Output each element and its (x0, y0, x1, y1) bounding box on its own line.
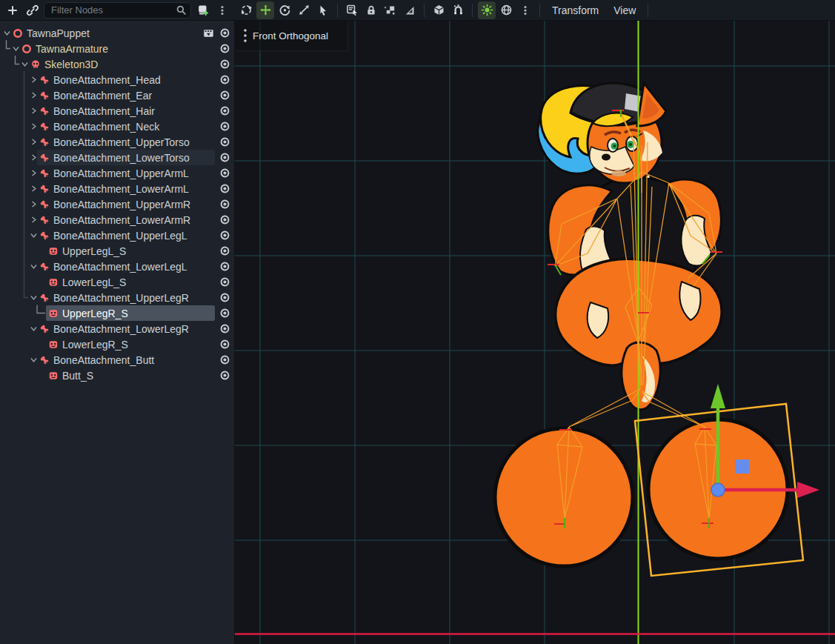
sprite3d-node-icon (47, 276, 59, 288)
add-child-node-button[interactable] (4, 1, 21, 19)
visibility-eye-icon[interactable] (219, 214, 230, 225)
tree-collapse-arrow-icon[interactable] (29, 355, 38, 365)
tree-item-UpperLegL_S[interactable]: UpperLegL_S (0, 243, 234, 259)
lock-node-button[interactable] (362, 1, 380, 19)
filter-nodes-input[interactable] (44, 2, 191, 19)
preview-environment-button[interactable] (497, 1, 515, 19)
viewport-menu-handle-icon[interactable] (242, 27, 248, 44)
rotate-mode-button[interactable] (276, 1, 293, 19)
visibility-eye-icon[interactable] (219, 230, 230, 241)
view-orientation-label[interactable]: Front Orthogonal (253, 30, 328, 42)
visibility-eye-icon[interactable] (219, 292, 230, 303)
group-node-button[interactable] (382, 1, 399, 19)
scene-tree: TawnaPuppetTawnaArmatureSkeleton3DBoneAt… (0, 21, 234, 644)
visibility-eye-icon[interactable] (219, 74, 230, 85)
bone-node-icon (39, 323, 50, 334)
tree-expand-arrow-icon[interactable] (29, 184, 38, 194)
tree-expand-arrow-icon[interactable] (29, 153, 38, 163)
tree-item-Butt_S[interactable]: Butt_S (0, 368, 234, 383)
tree-collapse-arrow-icon[interactable] (2, 28, 11, 39)
tree-expand-arrow-icon[interactable] (29, 215, 38, 225)
visibility-eye-icon[interactable] (219, 59, 230, 70)
visibility-eye-icon[interactable] (219, 105, 230, 116)
tree-item-TawnaArmature[interactable]: TawnaArmature (0, 41, 234, 56)
tree-collapse-arrow-icon[interactable] (11, 44, 20, 54)
viewport-canvas[interactable] (235, 21, 835, 644)
visibility-eye-icon[interactable] (219, 261, 230, 272)
tree-item-BoneAttachment_UpperLegR[interactable]: BoneAttachment_UpperLegR (0, 290, 234, 305)
view-label-bar: Front Orthogonal (235, 21, 348, 51)
visibility-eye-icon[interactable] (219, 152, 230, 163)
preview-sun-button[interactable] (478, 1, 496, 19)
tree-item-BoneAttachment_LowerArmL[interactable]: BoneAttachment_LowerArmL (0, 181, 234, 196)
snap-button[interactable] (449, 1, 467, 19)
scale-mode-button[interactable] (295, 1, 313, 19)
visibility-eye-icon[interactable] (219, 136, 230, 147)
instantiate-scene-button[interactable] (24, 1, 41, 19)
transform-menu[interactable]: Transform (545, 1, 605, 19)
viewport-3d[interactable]: Front Orthogonal (235, 21, 835, 644)
visibility-eye-icon[interactable] (219, 183, 230, 194)
visibility-eye-icon[interactable] (219, 27, 230, 39)
scene-dock-more-button[interactable] (213, 1, 231, 19)
tree-item-BoneAttachment_Hair[interactable]: BoneAttachment_Hair (0, 103, 234, 119)
tree-item-label: TawnaPuppet (27, 27, 90, 39)
visibility-eye-icon[interactable] (219, 167, 230, 179)
tree-item-BoneAttachment_LowerArmR[interactable]: BoneAttachment_LowerArmR (0, 212, 234, 228)
tree-collapse-arrow-icon[interactable] (29, 293, 38, 303)
tree-expand-arrow-icon[interactable] (29, 199, 38, 210)
tree-item-BoneAttachment_UpperArmR[interactable]: BoneAttachment_UpperArmR (0, 196, 234, 212)
visibility-eye-icon[interactable] (219, 354, 230, 365)
instance-options-icon[interactable] (203, 27, 214, 39)
tree-item-BoneAttachment_UpperTorso[interactable]: BoneAttachment_UpperTorso (0, 134, 234, 150)
tree-expand-arrow-icon[interactable] (29, 122, 38, 132)
tree-item-BoneAttachment_Neck[interactable]: BoneAttachment_Neck (0, 119, 234, 134)
visibility-eye-icon[interactable] (219, 308, 230, 319)
visibility-eye-icon[interactable] (219, 276, 230, 288)
bone-node-icon (39, 230, 50, 241)
tree-item-Skeleton3D[interactable]: Skeleton3D (0, 56, 234, 72)
sun-environment-options-button[interactable] (516, 1, 534, 19)
tree-item-LowerLegR_S[interactable]: LowerLegR_S (0, 336, 234, 352)
tree-item-LowerLegL_S[interactable]: LowerLegL_S (0, 274, 234, 290)
tree-item-BoneAttachment_UpperLegL[interactable]: BoneAttachment_UpperLegL (0, 228, 234, 243)
visibility-eye-icon[interactable] (219, 370, 230, 381)
tree-expand-arrow-icon[interactable] (29, 137, 38, 147)
tree-item-UpperLegR_S[interactable]: UpperLegR_S (0, 305, 234, 321)
tree-item-BoneAttachment_UpperArmL[interactable]: BoneAttachment_UpperArmL (0, 165, 234, 181)
tree-expand-arrow-icon[interactable] (29, 168, 38, 179)
local-space-button[interactable] (430, 1, 448, 19)
tree-collapse-arrow-icon[interactable] (29, 230, 38, 241)
list-select-icon (346, 4, 359, 16)
visibility-eye-icon[interactable] (219, 245, 230, 256)
visibility-eye-icon[interactable] (219, 90, 230, 101)
gizmo-origin-handle[interactable] (711, 483, 725, 497)
attach-script-button[interactable] (193, 1, 211, 19)
tree-item-BoneAttachment_Ear[interactable]: BoneAttachment_Ear (0, 87, 234, 103)
list-select-button[interactable] (343, 1, 361, 19)
view-menu[interactable]: View (607, 1, 642, 19)
tree-item-BoneAttachment_Head[interactable]: BoneAttachment_Head (0, 72, 234, 87)
top-toolbar: Transform View (0, 0, 835, 21)
tree-item-BoneAttachment_LowerTorso[interactable]: BoneAttachment_LowerTorso (0, 150, 234, 165)
tree-expand-arrow-icon[interactable] (29, 90, 38, 101)
tree-expand-arrow-icon[interactable] (29, 106, 38, 116)
tree-item-BoneAttachment_LowerLegL[interactable]: BoneAttachment_LowerLegL (0, 259, 234, 274)
move-mode-button[interactable] (256, 1, 274, 19)
visibility-eye-icon[interactable] (219, 339, 230, 350)
tree-item-BoneAttachment_LowerLegR[interactable]: BoneAttachment_LowerLegR (0, 321, 234, 336)
selection-arrow-button[interactable] (314, 1, 332, 19)
ruler-button[interactable] (401, 1, 419, 19)
visibility-eye-icon[interactable] (219, 323, 230, 334)
gizmo-plane-handle[interactable] (735, 459, 749, 474)
visibility-eye-icon[interactable] (219, 43, 230, 54)
tree-collapse-arrow-icon[interactable] (29, 324, 38, 334)
tree-collapse-arrow-icon[interactable] (29, 262, 38, 272)
tree-collapse-arrow-icon[interactable] (20, 59, 29, 70)
select-mode-button[interactable] (237, 1, 255, 19)
visibility-eye-icon[interactable] (219, 121, 230, 132)
tree-item-BoneAttachment_Butt[interactable]: BoneAttachment_Butt (0, 352, 234, 368)
visibility-eye-icon[interactable] (219, 199, 230, 210)
tree-item-TawnaPuppet[interactable]: TawnaPuppet (0, 25, 234, 41)
tree-expand-arrow-icon[interactable] (29, 75, 38, 85)
